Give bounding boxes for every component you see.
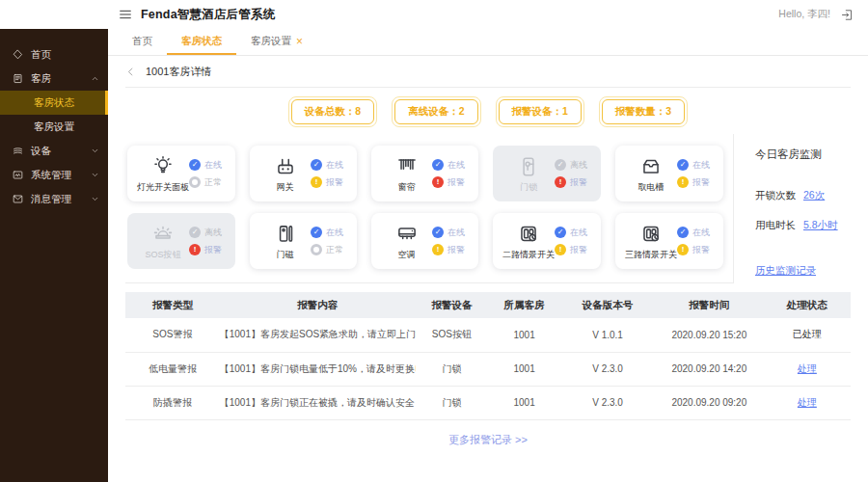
tab-bar: 首页客房状态客房设置× [108,29,868,56]
handle-link[interactable]: 处理 [798,363,817,374]
table-row: 低电量警报【1001】客房门锁电量低于10%，请及时更换电池！门锁1001V 2… [125,352,851,386]
sidebar-item-devices[interactable]: 设备 [0,139,108,163]
device-name: 网关 [277,181,294,194]
sidebar-item-rooms[interactable]: 客房 [0,67,108,91]
home-icon [12,48,24,61]
handle-link[interactable]: 处理 [798,397,817,408]
logout-icon[interactable] [840,8,854,22]
status-handled-text: 已处理 [793,329,822,339]
device-card-door-lock[interactable]: 门锁✓离线!报警 [493,146,601,201]
curtain-icon [393,154,421,179]
back-icon[interactable] [125,67,136,77]
unlock-count-link[interactable]: 26次 [803,189,825,201]
device-info: 门锁 [502,154,555,194]
device-statuses: ✓离线!报警 [555,159,593,189]
sidebar-item-label: 设备 [31,145,51,158]
close-icon[interactable]: × [296,36,303,47]
alarm-device: 门锁 [416,352,488,386]
breadcrumb: 1001客房详情 [125,56,851,88]
device-card-gateway[interactable]: 网关✓在线!报警 [250,146,357,201]
table-row: 防撬警报【1001】客房门锁正在被撬，请及时确认安全！门锁1001V 2.3.0… [125,386,851,419]
stat-badge-alarm-devices: 报警设备：1 [496,96,584,127]
device-card-scene-switch-3[interactable]: 三路情景开关✓在线!报警 [615,213,723,269]
sidebar-item-messages[interactable]: 消息管理 [0,187,108,211]
device-status: 正常 [311,244,349,256]
more-alarm-records-link[interactable]: 更多报警记录 >> [448,434,528,445]
gateway-icon [271,154,300,179]
column-header: 报警类型 [125,292,220,318]
status-label: 报警 [692,244,710,256]
sidebar-menu: 首页客房客房状态客房设置设备系统管理消息管理 [0,42,108,211]
status-online-icon: ✓ [677,159,689,171]
tab-room-status[interactable]: 客房状态 [167,29,236,55]
status-label: 离线 [570,159,587,172]
tab-label: 首页 [132,35,152,48]
device-info: 空调 [381,222,432,261]
status-label: 正常 [204,176,222,189]
upper-section: 灯光开关面板✓在线正常网关✓在线!报警窗帘✓在线!报警门锁✓离线!报警取电槽✓在… [125,134,851,283]
monitor-rows: 开锁次数26次用电时长5.8小时 [755,189,851,232]
stat-badge-offline-devices: 离线设备：2 [392,96,480,127]
device-status: ✓在线 [189,159,228,172]
device-card-curtain[interactable]: 窗帘✓在线!报警 [371,146,478,201]
handle-status-cell: 处理 [764,386,851,419]
alarm-device: 门锁 [416,386,488,419]
door-sensor-icon [271,222,300,247]
device-card-light-panel[interactable]: 灯光开关面板✓在线正常 [127,146,235,201]
status-alarm-yellow-icon: ! [311,176,322,188]
table-row: SOS警报【1001】客房发起SOS紧急求助，请立即上门协助！SOS按钮1001… [125,318,851,352]
device-cards-section: 灯光开关面板✓在线正常网关✓在线!报警窗帘✓在线!报警门锁✓离线!报警取电槽✓在… [125,134,733,283]
sidebar-item-system[interactable]: 系统管理 [0,163,108,187]
power-duration-link[interactable]: 5.8小时 [803,219,838,230]
device-name: 门磁 [277,249,294,261]
history-records-link[interactable]: 历史监测记录 [755,264,816,278]
monitor-row-unlock-count: 开锁次数26次 [755,189,851,202]
hamburger-menu-icon[interactable] [118,7,133,22]
device-card-sos-button[interactable]: SOS按钮✓离线!报警 [127,213,235,269]
status-label: 在线 [570,227,587,239]
tab-room-settings[interactable]: 客房设置× [236,29,317,55]
chevron-up-icon [90,73,100,84]
alarm-content: 【1001】客房门锁电量低于10%，请及时更换电池！ [220,352,416,386]
status-online-icon: ✓ [311,227,322,238]
device-info: 灯光开关面板 [137,154,189,194]
status-label: 在线 [692,159,710,172]
handle-status-cell: 已处理 [764,318,851,352]
sidebar-item-room-settings[interactable]: 客房设置 [0,115,108,139]
device-status: 正常 [189,176,228,189]
device-name: 取电槽 [638,181,665,194]
device-card-ac[interactable]: 空调✓在线!报警 [371,213,478,269]
sidebar-item-home[interactable]: 首页 [0,42,108,67]
status-label: 报警 [570,176,587,189]
device-status: ✓在线 [677,159,716,172]
lock-icon [514,154,543,179]
sidebar-item-label: 客房 [31,72,51,86]
handle-status-cell: 处理 [764,352,851,386]
stat-badge-text: 设备总数：8 [291,99,374,124]
status-label: 报警 [692,176,710,189]
alarm-type: 防撬警报 [125,386,220,419]
device-info: 门磁 [259,222,311,261]
device-card-scene-switch-2[interactable]: 二路情景开关✓在线!报警 [493,213,601,269]
status-label: 在线 [448,227,465,239]
light-panel-icon [149,154,177,179]
scene-switch-icon [637,222,665,247]
device-statuses: ✓在线正常 [311,227,349,256]
status-label: 离线 [204,227,222,239]
device-card-door-sensor[interactable]: 门磁✓在线正常 [250,213,357,269]
device-card-power-slot[interactable]: 取电槽✓在线!报警 [615,146,723,201]
device-status: ✓在线 [432,227,471,239]
device-statuses: ✓在线!报警 [677,159,716,189]
status-alarm-red-icon: ! [432,176,444,188]
device-status: !报警 [555,244,593,256]
column-header: 报警内容 [220,292,416,318]
device-status: ✓在线 [432,159,471,172]
device-status: ✓离线 [189,227,228,239]
device-name: 三路情景开关 [625,249,677,261]
sidebar-item-room-status[interactable]: 客房状态 [0,91,108,115]
device-status: ✓在线 [311,159,349,172]
tab-home[interactable]: 首页 [118,29,167,55]
devices-icon [12,145,24,157]
status-online-icon: ✓ [555,227,566,238]
column-header: 设备版本号 [560,292,655,318]
